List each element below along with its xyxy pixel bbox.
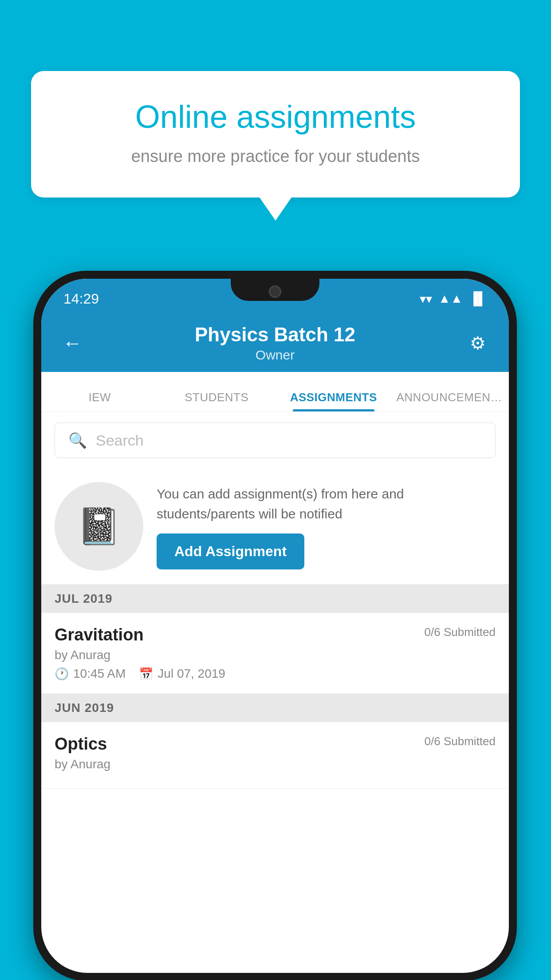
tab-students[interactable]: STUDENTS [158, 391, 276, 411]
assignment-date-value: Jul 07, 2019 [157, 667, 225, 681]
header-center: Physics Batch 12 Owner [86, 324, 464, 363]
promo-content: You can add assignment(s) from here and … [157, 484, 496, 569]
tab-announcements[interactable]: ANNOUNCEMENTS [392, 391, 509, 411]
section-header-jul2019: JUL 2019 [41, 585, 509, 613]
speech-bubble: Online assignments ensure more practice … [31, 71, 520, 198]
search-icon: 🔍 [68, 431, 87, 449]
clock-icon: 🕐 [55, 667, 69, 681]
section-header-jun2019: JUN 2019 [41, 694, 509, 722]
phone-frame: 14:29 ▾▾ ▲▲ ▐▌ ← Physics Batch 12 Owner … [33, 271, 517, 980]
assignment-row-top: Gravitation 0/6 Submitted [55, 625, 496, 644]
assignment-item-optics[interactable]: Optics 0/6 Submitted by Anurag [41, 722, 509, 789]
tab-assignments[interactable]: ASSIGNMENTS [275, 391, 392, 411]
submitted-badge-2: 0/6 Submitted [425, 735, 496, 748]
header-title: Physics Batch 12 [86, 324, 464, 346]
assignment-item-gravitation[interactable]: Gravitation 0/6 Submitted by Anurag 🕐 10… [41, 613, 509, 694]
status-icons: ▾▾ ▲▲ ▐▌ [420, 292, 487, 306]
assignment-name: Gravitation [55, 625, 144, 644]
assignment-date: 📅 Jul 07, 2019 [139, 667, 225, 681]
speech-bubble-container: Online assignments ensure more practice … [31, 71, 520, 198]
wifi-icon: ▾▾ [420, 292, 432, 306]
phone-camera [269, 285, 281, 298]
status-time: 14:29 [63, 291, 99, 307]
search-container: 🔍 Search [41, 412, 509, 469]
calendar-icon: 📅 [139, 667, 153, 681]
submitted-badge: 0/6 Submitted [425, 625, 496, 639]
notebook-icon: 📓 [77, 506, 121, 547]
header-subtitle: Owner [86, 348, 464, 363]
assignment-name-2: Optics [55, 735, 107, 754]
assignment-meta: 🕐 10:45 AM 📅 Jul 07, 2019 [55, 667, 496, 681]
promo-icon-circle: 📓 [55, 482, 143, 571]
search-bar[interactable]: 🔍 Search [55, 423, 496, 458]
battery-icon: ▐▌ [469, 292, 487, 306]
phone-inner: 14:29 ▾▾ ▲▲ ▐▌ ← Physics Batch 12 Owner … [41, 279, 509, 973]
settings-button[interactable]: ⚙ [464, 333, 491, 353]
tab-iew[interactable]: IEW [41, 391, 158, 411]
add-assignment-button[interactable]: Add Assignment [157, 533, 304, 569]
speech-bubble-title: Online assignments [62, 98, 489, 136]
add-assignment-promo: 📓 You can add assignment(s) from here an… [41, 469, 509, 585]
speech-bubble-subtitle: ensure more practice for your students [62, 145, 489, 168]
assignment-author: by Anurag [55, 648, 496, 662]
assignment-time-value: 10:45 AM [73, 667, 126, 681]
app-header: ← Physics Batch 12 Owner ⚙ [41, 314, 509, 372]
phone-notch [231, 279, 319, 301]
search-placeholder: Search [96, 432, 144, 449]
signal-icon: ▲▲ [438, 292, 463, 306]
assignment-time: 🕐 10:45 AM [55, 667, 126, 681]
promo-description: You can add assignment(s) from here and … [157, 484, 496, 524]
tabs-bar: IEW STUDENTS ASSIGNMENTS ANNOUNCEMENTS [41, 372, 509, 412]
assignment-row-top-2: Optics 0/6 Submitted [55, 735, 496, 754]
assignment-author-2: by Anurag [55, 757, 496, 771]
back-button[interactable]: ← [59, 332, 86, 354]
